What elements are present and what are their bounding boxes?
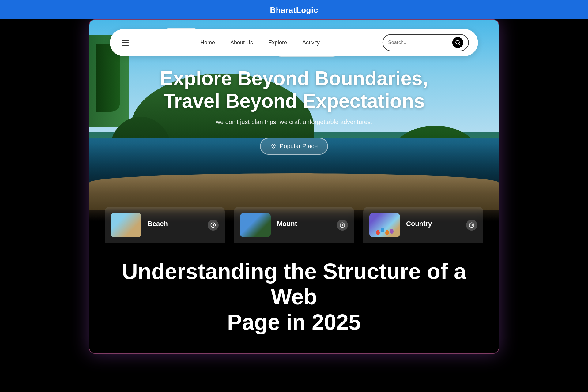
hamburger-line-1 — [122, 40, 129, 41]
location-icon — [270, 143, 277, 149]
card-title-country: Country — [406, 220, 460, 228]
card-content-beach: Beach — [148, 220, 202, 230]
arrow-right-icon-mount — [340, 222, 345, 228]
search-button[interactable] — [452, 37, 463, 48]
hamburger-line-2 — [122, 42, 129, 43]
card-thumb-mount — [240, 213, 271, 237]
brand-logo: BharatLogic — [270, 6, 318, 15]
svg-point-2 — [273, 145, 274, 146]
cards-row: Beach Mount — [89, 207, 499, 243]
arrow-right-icon-country — [469, 222, 474, 228]
card-title-mount: Mount — [277, 220, 331, 228]
navbar: Home About Us Explore Activity — [110, 29, 478, 56]
nav-home[interactable]: Home — [200, 40, 215, 46]
arrow-right-icon-beach — [210, 222, 216, 228]
nav-explore[interactable]: Explore — [268, 40, 287, 46]
place-card-mount: Mount — [234, 207, 354, 243]
top-bar: BharatLogic — [0, 0, 588, 19]
popular-place-label: Popular Place — [280, 143, 318, 150]
card-arrow-beach[interactable] — [208, 220, 219, 231]
hero-content: Explore Beyond Boundaries, Travel Beyond… — [89, 67, 499, 155]
nav-links: Home About Us Explore Activity — [138, 40, 383, 46]
hero-background: Home About Us Explore Activity Explore B… — [89, 20, 499, 243]
nav-about[interactable]: About Us — [230, 40, 253, 46]
search-input[interactable] — [388, 40, 449, 45]
card-thumb-country — [369, 213, 400, 237]
popular-place-button[interactable]: Popular Place — [260, 138, 328, 155]
card-thumb-beach — [111, 213, 141, 237]
nav-activity[interactable]: Activity — [302, 40, 320, 46]
bottom-title: Understanding the Structure of a Web Pag… — [114, 259, 474, 335]
bottom-caption: Understanding the Structure of a Web Pag… — [89, 243, 499, 353]
search-icon — [455, 40, 461, 45]
hero-subtitle: we don't just plan trips, we craft unfor… — [89, 119, 499, 126]
card-content-country: Country — [406, 220, 460, 230]
place-card-country: Country — [363, 207, 483, 243]
card-title-beach: Beach — [148, 220, 202, 228]
place-card-beach: Beach — [105, 207, 225, 243]
hamburger-button[interactable] — [119, 37, 131, 48]
card-arrow-country[interactable] — [466, 220, 477, 231]
browser-window: Home About Us Explore Activity Explore B… — [89, 19, 499, 354]
svg-line-1 — [459, 43, 460, 44]
card-content-mount: Mount — [277, 220, 331, 230]
hamburger-line-3 — [122, 45, 129, 46]
hero-title: Explore Beyond Boundaries, Travel Beyond… — [156, 67, 432, 112]
search-container — [383, 34, 469, 51]
card-arrow-mount[interactable] — [337, 220, 348, 231]
